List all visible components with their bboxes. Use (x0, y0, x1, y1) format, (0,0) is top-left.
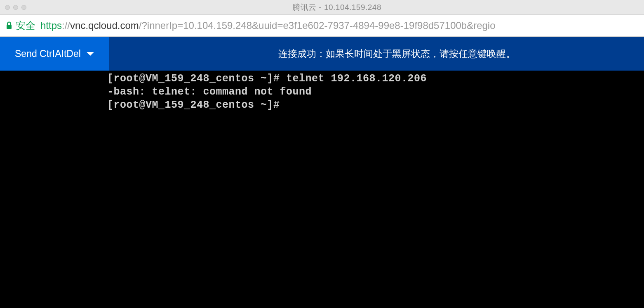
svg-rect-0 (7, 25, 12, 29)
terminal-line: [root@VM_159_248_centos ~]# (107, 99, 644, 112)
terminal-console[interactable]: [root@VM_159_248_centos ~]# telnet 192.1… (0, 71, 644, 308)
url-path: /?innerIp=10.104.159.248&uuid=e3f1e602-7… (139, 20, 496, 31)
window-controls (5, 5, 26, 10)
chevron-down-icon (87, 52, 94, 56)
minimize-window-button[interactable] (13, 5, 18, 10)
app-header: Send CtrIAItDel 连接成功：如果长时间处于黑屏状态，请按任意键唤醒… (0, 37, 644, 71)
send-ctrl-alt-del-button[interactable]: Send CtrIAItDel (0, 37, 109, 71)
url-text: https://vnc.qcloud.com/?innerIp=10.104.1… (40, 20, 496, 31)
url-separator: :// (62, 20, 70, 31)
connection-status-message: 连接成功：如果长时间处于黑屏状态，请按任意键唤醒。 (109, 37, 644, 71)
address-bar[interactable]: 安全 https://vnc.qcloud.com/?innerIp=10.10… (0, 15, 644, 37)
browser-window-chrome: 腾讯云 - 10.104.159.248 (0, 0, 644, 15)
url-scheme: https (40, 20, 62, 31)
lock-icon (6, 21, 12, 30)
maximize-window-button[interactable] (21, 5, 26, 10)
close-window-button[interactable] (5, 5, 10, 10)
terminal-line: -bash: telnet: command not found (107, 85, 644, 99)
window-title: 腾讯云 - 10.104.159.248 (35, 2, 639, 13)
secure-label: 安全 (16, 19, 35, 32)
send-button-label: Send CtrIAItDel (15, 48, 81, 59)
url-domain: vnc.qcloud.com (70, 20, 139, 31)
terminal-line: [root@VM_159_248_centos ~]# telnet 192.1… (107, 72, 644, 85)
